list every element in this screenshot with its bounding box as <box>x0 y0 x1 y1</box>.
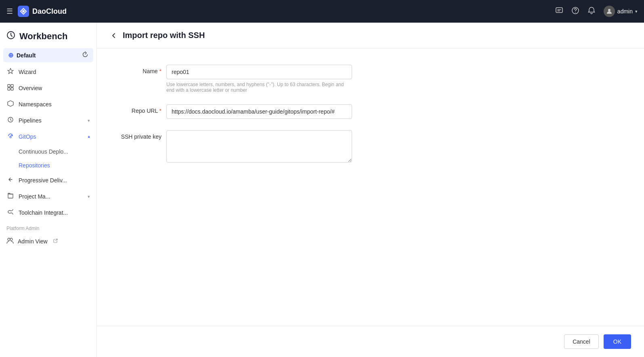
svg-point-1 <box>22 10 25 13</box>
sidebar-item-gitops[interactable]: GitOps ▾ <box>0 129 96 145</box>
sidebar-item-pipelines[interactable]: Pipelines ▾ <box>0 112 96 129</box>
pipelines-icon <box>6 116 15 125</box>
top-nav: ☰ DaoCloud <box>0 0 644 23</box>
name-form-row: Name Use lowercase letters, numbers, and… <box>110 65 473 93</box>
user-menu[interactable]: admin ▾ <box>604 6 638 17</box>
logo-icon <box>18 6 29 17</box>
name-label: Name <box>110 65 166 74</box>
sidebar-item-overview[interactable]: Overview <box>0 80 96 96</box>
namespaces-icon <box>6 100 15 108</box>
top-nav-right: admin ▾ <box>555 6 638 17</box>
ssh-key-form-row: SSH private key <box>110 130 473 164</box>
ssh-key-field <box>166 130 473 164</box>
back-button[interactable] <box>110 32 118 40</box>
toolchain-icon <box>6 209 15 217</box>
svg-marker-11 <box>8 101 13 106</box>
gitops-chevron-icon: ▾ <box>88 134 90 139</box>
name-field: Use lowercase letters, numbers, and hyph… <box>166 65 473 93</box>
pipelines-label: Pipelines <box>19 117 84 124</box>
repositories-label: Repositories <box>19 162 50 169</box>
content-area: Import repo with SSH Name Use lowercase … <box>97 23 644 357</box>
project-chevron-icon: ▾ <box>88 194 90 199</box>
brand-name: DaoCloud <box>32 7 67 16</box>
sidebar-item-default[interactable]: ⊕ Default <box>3 48 93 62</box>
svg-rect-9 <box>8 88 10 90</box>
sidebar-item-wizard[interactable]: Wizard <box>0 64 96 80</box>
user-chevron-icon: ▾ <box>635 9 638 14</box>
main-layout: Workbench ⊕ Default <box>0 23 644 357</box>
sidebar-item-toolchain[interactable]: Toolchain Integrat... <box>0 205 96 221</box>
logo: DaoCloud <box>18 6 67 17</box>
svg-rect-10 <box>11 88 13 90</box>
help-icon[interactable] <box>571 6 579 17</box>
default-label: Default <box>17 52 36 59</box>
name-hint: Use lowercase letters, numbers, and hyph… <box>166 82 352 93</box>
namespaces-label: Namespaces <box>19 101 90 108</box>
svg-rect-7 <box>8 84 10 87</box>
workbench-icon <box>6 31 15 42</box>
cancel-button[interactable]: Cancel <box>564 334 599 349</box>
svg-point-5 <box>608 9 610 11</box>
repo-url-label: Repo URL <box>110 104 166 114</box>
wizard-icon <box>6 68 15 76</box>
gitops-icon <box>6 133 15 141</box>
admin-view-icon <box>6 237 14 245</box>
svg-point-15 <box>10 238 13 241</box>
overview-label: Overview <box>19 85 90 91</box>
external-link-icon <box>53 239 58 244</box>
svg-point-14 <box>8 238 10 241</box>
sidebar-item-namespaces[interactable]: Namespaces <box>0 96 96 112</box>
page-header: Import repo with SSH <box>97 23 644 49</box>
hamburger-icon[interactable]: ☰ <box>6 7 13 16</box>
progressive-label: Progressive Deliv... <box>19 177 90 184</box>
svg-rect-2 <box>556 8 562 13</box>
top-nav-left: ☰ DaoCloud <box>6 6 67 17</box>
workbench-header: Workbench <box>0 23 96 46</box>
ssh-key-label: SSH private key <box>110 130 166 140</box>
progressive-icon <box>6 176 15 184</box>
pipelines-chevron-icon: ▾ <box>88 118 90 123</box>
user-name: admin <box>617 8 633 15</box>
svg-point-4 <box>575 12 576 13</box>
bell-icon[interactable] <box>587 6 596 17</box>
svg-rect-8 <box>11 84 13 87</box>
repo-url-field <box>166 104 473 119</box>
avatar <box>604 6 615 17</box>
footer-actions: Cancel OK <box>97 326 644 357</box>
gitops-label: GitOps <box>19 133 84 140</box>
ok-button[interactable]: OK <box>604 334 631 349</box>
wizard-label: Wizard <box>19 69 90 75</box>
sidebar-item-project[interactable]: Project Ma... ▾ <box>0 188 96 205</box>
continuous-deploy-label: Continuous Deplo... <box>19 148 68 155</box>
platform-admin-label: Platform Admin <box>0 221 96 233</box>
repo-url-input[interactable] <box>166 104 352 119</box>
overview-icon <box>6 84 15 92</box>
sidebar: Workbench ⊕ Default <box>0 23 97 357</box>
default-icon: ⊕ <box>8 51 13 59</box>
project-icon <box>6 192 15 201</box>
project-label: Project Ma... <box>19 193 84 200</box>
toolchain-label: Toolchain Integrat... <box>19 209 90 216</box>
sidebar-item-continuous-deploy[interactable]: Continuous Deplo... <box>0 145 96 158</box>
refresh-icon[interactable] <box>82 51 88 59</box>
ssh-key-textarea[interactable] <box>166 130 352 163</box>
sidebar-item-progressive[interactable]: Progressive Deliv... <box>0 172 96 188</box>
repo-url-form-row: Repo URL <box>110 104 473 119</box>
default-item-left: ⊕ Default <box>8 51 36 59</box>
page-title: Import repo with SSH <box>123 31 205 40</box>
sidebar-item-admin-view[interactable]: Admin View <box>0 233 96 249</box>
message-icon[interactable] <box>555 6 563 17</box>
workbench-label: Workbench <box>19 31 67 42</box>
sidebar-content: Workbench ⊕ Default <box>0 23 96 357</box>
form-container: Name Use lowercase letters, numbers, and… <box>97 49 644 326</box>
admin-view-label: Admin View <box>18 238 48 245</box>
name-input[interactable] <box>166 65 352 79</box>
svg-point-13 <box>10 136 11 138</box>
sidebar-item-repositories[interactable]: Repositories <box>0 158 96 172</box>
